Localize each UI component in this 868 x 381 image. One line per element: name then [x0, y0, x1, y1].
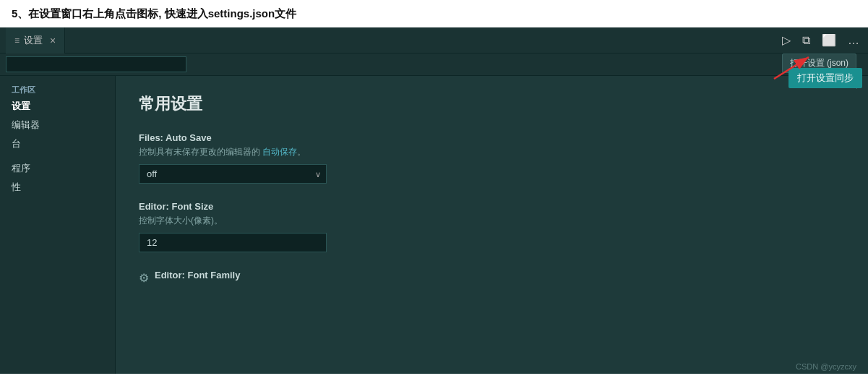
font-family-content: Editor: Font Family	[155, 270, 240, 283]
content-title: 常用设置	[139, 93, 845, 115]
arrow-annotation	[760, 53, 817, 85]
sidebar-section-label: 工作区	[0, 82, 115, 97]
auto-save-select-wrapper: off afterDelay onFocusChange onWindowCha…	[139, 164, 327, 184]
watermark: CSDN @ycyzcxy	[796, 362, 856, 371]
auto-save-desc-prefix: 控制具有未保存更改的编辑器的	[139, 147, 262, 157]
auto-save-label: Files: Auto Save	[139, 132, 845, 143]
content-area: 常用设置 Files: Auto Save 控制具有未保存更改的编辑器的 自动保…	[116, 76, 868, 374]
layout-icon[interactable]: ⬜	[819, 30, 839, 50]
setting-group-font-family: ⚙ Editor: Font Family	[139, 270, 845, 285]
instruction-bar: 5、在设置窗口右上角点击图标, 快速进入settings.json文件	[0, 0, 868, 27]
setting-group-auto-save: Files: Auto Save 控制具有未保存更改的编辑器的 自动保存。 of…	[139, 132, 845, 184]
close-tab-icon[interactable]: ×	[50, 35, 56, 46]
tab-icon: ≡	[14, 35, 20, 46]
font-family-label: Editor: Font Family	[155, 270, 240, 281]
sidebar-item-settings[interactable]: 设置	[0, 97, 115, 116]
auto-save-desc-suffix: 。	[297, 147, 306, 157]
settings-tab[interactable]: ≡ 设置 ×	[6, 27, 65, 53]
sidebar-item-editor[interactable]: 编辑器	[0, 116, 115, 134]
font-size-label: Editor: Font Size	[139, 201, 845, 212]
auto-save-select[interactable]: off afterDelay onFocusChange onWindowCha…	[139, 164, 327, 184]
sidebar-item-extensions[interactable]: 程序	[0, 159, 115, 178]
settings-search-input[interactable]	[6, 56, 186, 72]
sidebar-item-features[interactable]: 性	[0, 178, 115, 197]
split-editor-icon[interactable]: ⧉	[799, 31, 813, 50]
more-actions-icon[interactable]: …	[845, 31, 862, 50]
gear-icon: ⚙	[139, 271, 149, 285]
auto-save-link[interactable]: 自动保存	[262, 147, 297, 157]
setting-group-font-size: Editor: Font Size 控制字体大小(像素)。	[139, 201, 845, 252]
run-icon[interactable]: ▷	[779, 30, 794, 50]
auto-save-description: 控制具有未保存更改的编辑器的 自动保存。	[139, 146, 845, 158]
tab-label: 设置	[24, 34, 43, 47]
font-size-input[interactable]	[139, 233, 327, 252]
toolbar-area: ▷ ⧉ ⬜ … 打开设置 (json)	[779, 30, 862, 50]
main-area: 工作区 设置 编辑器 台 程序 性 常用设置 Files: Auto Save …	[0, 76, 868, 374]
tab-bar-left: ≡ 设置 ×	[6, 27, 65, 53]
tab-bar: ≡ 设置 × ▷ ⧉ ⬜ … 打开设置 (json)	[0, 27, 868, 53]
sidebar-item-platform[interactable]: 台	[0, 134, 115, 153]
sidebar: 工作区 设置 编辑器 台 程序 性	[0, 76, 116, 374]
instruction-text: 5、在设置窗口右上角点击图标, 快速进入settings.json文件	[12, 7, 296, 20]
vscode-window: ≡ 设置 × ▷ ⧉ ⬜ … 打开设置 (json) 打开设	[0, 27, 868, 374]
sidebar-item-empty	[0, 153, 115, 159]
search-bar	[0, 53, 868, 76]
svg-line-1	[774, 57, 809, 79]
font-size-description: 控制字体大小(像素)。	[139, 215, 845, 227]
